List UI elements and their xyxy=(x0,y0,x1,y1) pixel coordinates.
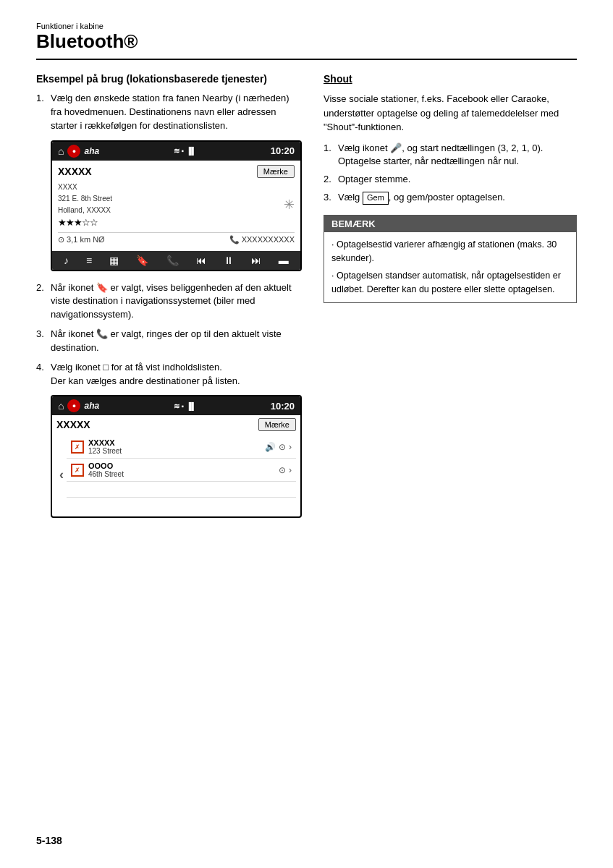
item-1-icon: ✗ xyxy=(71,441,84,454)
item-2-text: OOOO 46th Street xyxy=(88,461,279,478)
step-2: 2. Når ikonet 🔖 er valgt, vises beliggen… xyxy=(36,281,302,323)
step-1: 1. Vælg den ønskede station fra fanen Ne… xyxy=(36,92,302,133)
item-2-street: 46th Street xyxy=(88,470,279,478)
screen2-body: XXXXX Mærke ‹ ✗ XXXXX 123 Street xyxy=(52,415,300,516)
step-1-text: Vælg den ønskede station fra fanen Nearb… xyxy=(51,92,302,133)
step-2-num: 2. xyxy=(36,281,51,323)
station-details: XXXX 321 E. 8th Street Holland, XXXXX ★★… xyxy=(58,182,295,228)
screen-mockup-2: ⌂ ● aha ≋ ▪ ▐▌ 10:20 XXXXX Mærke xyxy=(51,395,302,518)
location-row: ⊙ 3,1 km NØ 📞 XXXXXXXXXX xyxy=(58,232,295,247)
screen2-signal-icons: ≋ ▪ ▐▌ xyxy=(174,402,197,410)
step-3-num: 3. xyxy=(36,328,51,355)
screen2-home-icon: ⌂ xyxy=(58,400,64,412)
screen2-aha-logo: ● xyxy=(67,399,80,412)
item-1-name: XXXXX xyxy=(88,438,265,447)
shout-step-1-text: Vælg ikonet 🎤, og start nedtællingen (3,… xyxy=(338,142,577,169)
item-2-circle-icon[interactable]: ⊙ xyxy=(279,465,286,475)
item-1-street: 123 Street xyxy=(88,447,265,455)
marke-button[interactable]: Mærke xyxy=(257,165,295,178)
bemark-bullet-1: Optagelsestid varierer afhængig af stati… xyxy=(331,238,569,265)
screen2-signal-bars: ▐▌ xyxy=(186,402,196,410)
screen2-battery-icon: ▪ xyxy=(182,402,185,410)
list-icon[interactable]: ≡ xyxy=(86,255,92,266)
aha-logo: ● xyxy=(67,145,80,158)
steps-list-2: 2. Når ikonet 🔖 er valgt, vises beliggen… xyxy=(36,281,302,388)
page-header: Funktioner i kabine Bluetooth® xyxy=(36,22,577,53)
shout-step-2-text: Optager stemme. xyxy=(338,173,577,187)
shout-step-2: 2. Optager stemme. xyxy=(324,173,577,187)
signal-bars: ▐▌ xyxy=(186,147,196,155)
gem-box: Gem xyxy=(363,192,389,205)
list-item-1: ✗ XXXXX 123 Street 🔊 ⊙ › xyxy=(67,435,296,459)
aha-text: aha xyxy=(84,146,99,156)
step-3: 3. Når ikonet 📞 er valgt, ringes der op … xyxy=(36,328,302,355)
phone-ctrl-icon[interactable]: 📞 xyxy=(166,255,179,266)
back-arrow[interactable]: ‹ xyxy=(56,435,67,514)
prev-icon[interactable]: ⏮ xyxy=(196,255,206,266)
next-icon[interactable]: ⏭ xyxy=(251,255,261,266)
star-rating: ★★★☆☆ xyxy=(58,217,112,228)
item-2-chevron[interactable]: › xyxy=(289,465,292,475)
step-1-num: 1. xyxy=(36,92,51,133)
subtitle: Funktioner i kabine xyxy=(36,22,577,30)
pause-icon[interactable]: ⏸ xyxy=(224,255,234,266)
mic-icon: 🎤 xyxy=(390,142,402,153)
screen2-station-name: XXXXX xyxy=(56,419,90,430)
bemark-header: BEMÆRK xyxy=(324,216,576,232)
divider xyxy=(36,59,577,60)
bookmark-icon[interactable]: 🔖 xyxy=(136,255,148,266)
screen2-wifi-icon: ≋ xyxy=(174,402,179,410)
shout-steps-list: 1. Vælg ikonet 🎤, og start nedtællingen … xyxy=(324,142,577,205)
item-1-audio-icon[interactable]: 🔊 xyxy=(265,442,276,452)
shout-step-3-num: 3. xyxy=(324,191,338,205)
battery-icon: ▪ xyxy=(182,147,185,155)
station-row: XXXXX Mærke xyxy=(58,165,295,178)
screen2-marke-button[interactable]: Mærke xyxy=(258,418,296,431)
step-4-num: 4. xyxy=(36,361,51,388)
item-2-controls: ⊙ › xyxy=(279,465,292,475)
step-3-text: Når ikonet 📞 er valgt, ringes der op til… xyxy=(51,328,302,355)
step-2-text: Når ikonet 🔖 er valgt, vises beliggenhed… xyxy=(51,281,302,323)
folder-icon[interactable]: ▦ xyxy=(109,255,119,266)
main-title: Bluetooth® xyxy=(36,30,577,53)
screen2-list-wrapper: ‹ ✗ XXXXX 123 Street 🔊 ⊙ xyxy=(56,435,296,514)
list-item-2: ✗ OOOO 46th Street ⊙ › xyxy=(67,459,296,482)
content-area: Eksempel på brug (lokationsbaserede tjen… xyxy=(36,73,577,528)
page-number: 5-138 xyxy=(36,835,62,846)
eq-icon[interactable]: ▬ xyxy=(279,255,289,266)
item-1-circle-icon[interactable]: ⊙ xyxy=(279,442,286,452)
item-1-text: XXXXX 123 Street xyxy=(88,438,265,455)
shout-heading: Shout xyxy=(324,73,577,85)
shout-intro: Visse sociale stationer, f.eks. Facebook… xyxy=(324,92,577,135)
bemark-box: BEMÆRK Optagelsestid varierer afhængig a… xyxy=(324,215,577,303)
list-item-4 xyxy=(67,498,296,514)
wifi-icon: ≋ xyxy=(174,147,179,155)
list-item-3 xyxy=(67,482,296,498)
transport-controls: ♪ ≡ ▦ 🔖 📞 ⏮ ⏸ ⏭ ▬ xyxy=(52,251,300,270)
shout-step-3: 3. Vælg Gem, og gem/poster optagelsen. xyxy=(324,191,577,205)
station-info-block: XXXX 321 E. 8th Street Holland, XXXXX ★★… xyxy=(58,182,112,228)
station-name: XXXXX xyxy=(58,166,92,177)
item-2-icon: ✗ xyxy=(71,464,84,477)
section-heading: Eksempel på brug (lokationsbaserede tjen… xyxy=(36,73,302,85)
item-1-controls: 🔊 ⊙ › xyxy=(265,442,292,452)
screen2-time-display: 10:20 xyxy=(271,401,295,412)
screen-mockup-1: ⌂ ● aha ≋ ▪ ▐▌ 10:20 XXXXX Mærke xyxy=(51,140,302,271)
bemark-bullet-2: Optagelsen standser automatisk, når opta… xyxy=(331,269,569,297)
left-column: Eksempel på brug (lokationsbaserede tjen… xyxy=(36,73,302,528)
item-1-chevron[interactable]: › xyxy=(289,442,292,452)
address-line1: 321 E. 8th Street xyxy=(58,194,112,204)
shout-step-1-num: 1. xyxy=(324,142,338,169)
music-icon[interactable]: ♪ xyxy=(64,255,69,266)
right-column: Shout Visse sociale stationer, f.eks. Fa… xyxy=(324,73,577,528)
step-4-text: Vælg ikonet □ for at få vist indholdslis… xyxy=(51,361,302,388)
shout-step-1: 1. Vælg ikonet 🎤, og start nedtællingen … xyxy=(324,142,577,169)
steps-list: 1. Vælg den ønskede station fra fanen Ne… xyxy=(36,92,302,133)
screen2-list: ✗ XXXXX 123 Street 🔊 ⊙ › xyxy=(67,435,296,514)
screen-header-left: ⌂ ● aha xyxy=(58,145,99,158)
signal-icons: ≋ ▪ ▐▌ xyxy=(174,147,197,155)
step-4: 4. Vælg ikonet □ for at få vist indholds… xyxy=(36,361,302,388)
screen2-aha-text: aha xyxy=(84,401,99,411)
item-2-name: OOOO xyxy=(88,461,279,470)
screen-header-1: ⌂ ● aha ≋ ▪ ▐▌ 10:20 xyxy=(52,142,300,161)
